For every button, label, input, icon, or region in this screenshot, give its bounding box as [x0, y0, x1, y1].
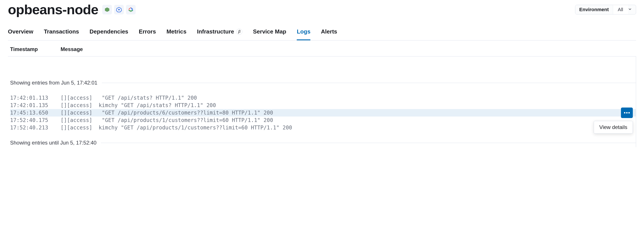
- chevron-down-icon: [628, 7, 636, 12]
- tabs: Overview Transactions Dependencies Error…: [8, 22, 636, 40]
- svg-marker-0: [105, 7, 109, 12]
- tab-service-map[interactable]: Service Map: [253, 28, 286, 40]
- log-message: [][access] "GET /api/stats? HTTP/1.1" 20…: [60, 95, 636, 101]
- log-timestamp: 17:45:13.650: [10, 110, 60, 116]
- environment-select[interactable]: Environment All: [575, 5, 636, 14]
- tab-overview[interactable]: Overview: [8, 28, 33, 40]
- log-timestamp: 17:42:01.113: [10, 95, 60, 101]
- tab-infrastructure[interactable]: Infrastructureβ: [197, 28, 242, 40]
- log-message: [][access] kimchy "GET /api/stats? HTTP/…: [60, 102, 636, 109]
- dots-icon: [628, 112, 630, 113]
- environment-value: All: [613, 5, 628, 14]
- beta-badge: β: [236, 29, 242, 35]
- tab-transactions[interactable]: Transactions: [44, 28, 79, 40]
- environment-label: Environment: [575, 5, 613, 14]
- tab-errors[interactable]: Errors: [139, 28, 156, 40]
- log-timestamp: 17:52:40.213: [10, 125, 60, 131]
- kubernetes-icon: [114, 5, 124, 14]
- col-message: Message: [60, 46, 83, 52]
- gcp-icon: [126, 5, 136, 14]
- log-rows: 17:42:01.113 [][access] "GET /api/stats?…: [8, 87, 636, 138]
- dots-icon: [626, 112, 628, 113]
- log-message: [][access] kimchy "GET /api/products/1/c…: [60, 125, 636, 131]
- svg-marker-4: [131, 8, 132, 10]
- log-timestamp: 17:52:40.175: [10, 117, 60, 123]
- dots-icon: [624, 112, 625, 113]
- log-row[interactable]: 17:52:40.175 [][access] "GET /api/produc…: [10, 116, 636, 124]
- page-title: opbeans-node: [8, 2, 98, 17]
- divider: [102, 83, 636, 83]
- log-columns: Timestamp Message: [8, 40, 636, 56]
- logs-panel: Showing entries from Jun 5, 17:42:01 17:…: [8, 56, 636, 147]
- svg-point-2: [118, 9, 120, 10]
- log-timestamp: 17:42:01.135: [10, 102, 60, 109]
- tab-logs[interactable]: Logs: [297, 28, 310, 40]
- svg-marker-5: [129, 10, 132, 12]
- title-group: opbeans-node: [8, 2, 136, 17]
- divider: [101, 143, 636, 143]
- log-row[interactable]: 17:42:01.135 [][access] kimchy "GET /api…: [10, 102, 636, 109]
- service-icons: [102, 5, 136, 14]
- tab-dependencies[interactable]: Dependencies: [90, 28, 128, 40]
- log-message: [][access] "GET /api/products/1/customer…: [60, 117, 636, 123]
- col-timestamp: Timestamp: [10, 46, 60, 52]
- entries-from: Showing entries from Jun 5, 17:42:01: [8, 78, 636, 87]
- nodejs-icon: [102, 5, 112, 14]
- tab-alerts[interactable]: Alerts: [321, 28, 337, 40]
- log-message: [][access] "GET /api/products/6/customer…: [60, 110, 636, 116]
- entries-until: Showing entries until Jun 5, 17:52:40: [8, 138, 636, 147]
- log-row[interactable]: 17:45:13.650 [][access] "GET /api/produc…: [10, 109, 636, 116]
- tab-metrics[interactable]: Metrics: [166, 28, 186, 40]
- log-row[interactable]: 17:42:01.113 [][access] "GET /api/stats?…: [10, 94, 636, 102]
- header: opbeans-node Environment All: [8, 2, 636, 22]
- log-row[interactable]: 17:52:40.213 [][access] kimchy "GET /api…: [10, 124, 636, 131]
